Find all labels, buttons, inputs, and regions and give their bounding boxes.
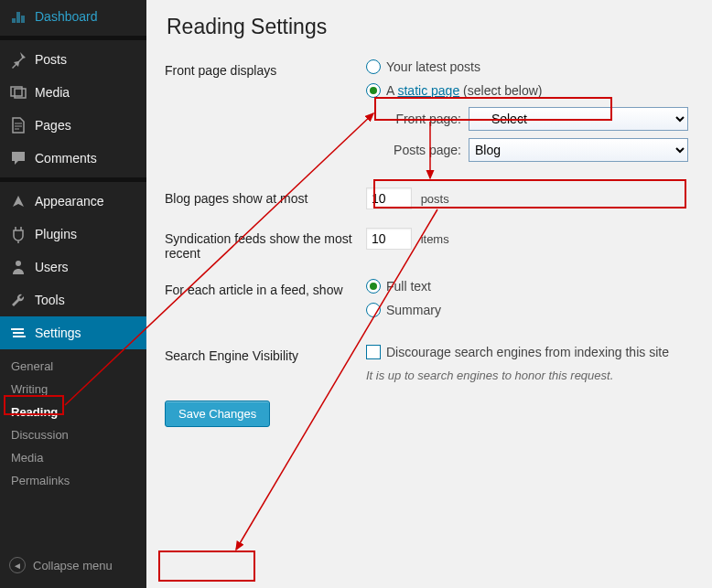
users-icon (9, 258, 27, 276)
submenu-media[interactable]: Media (0, 446, 146, 469)
syndication-label: Syndication feeds show the most recent (165, 228, 366, 261)
sidebar-item-settings[interactable]: Settings (0, 316, 146, 349)
sidebar-label: Plugins (35, 227, 77, 241)
pages-icon (9, 116, 27, 134)
admin-sidebar: Dashboard Posts Media Pages Comments App… (0, 0, 146, 588)
posts-page-select-label: Posts page: (386, 143, 461, 157)
submenu-reading[interactable]: Reading (0, 401, 146, 423)
sidebar-label: Appearance (35, 194, 104, 208)
front-page-select[interactable]: — Select — (469, 107, 688, 131)
sidebar-label: Comments (35, 151, 97, 166)
sidebar-item-comments[interactable]: Comments (0, 142, 146, 175)
sidebar-item-plugins[interactable]: Plugins (0, 218, 146, 251)
article-feed-label: For each article in a feed, show (165, 279, 366, 297)
checkbox-discourage-label: Discourage search engines from indexing … (386, 345, 669, 359)
radio-latest-posts-label: Your latest posts (386, 59, 480, 74)
sidebar-label: Settings (35, 326, 81, 340)
sidebar-label: Dashboard (35, 9, 98, 24)
radio-full-text[interactable] (366, 279, 381, 294)
radio-full-text-label: Full text (386, 279, 431, 294)
media-icon (9, 83, 27, 102)
radio-static-page[interactable] (366, 83, 381, 98)
radio-latest-posts[interactable] (366, 59, 381, 74)
sidebar-item-pages[interactable]: Pages (0, 109, 146, 142)
main-content: Reading Settings Front page displays You… (146, 0, 712, 588)
radio-static-page-label: A static page (select below) (386, 83, 542, 98)
sidebar-label: Tools (35, 293, 65, 307)
save-button[interactable]: Save Changes (165, 401, 270, 427)
sidebar-item-tools[interactable]: Tools (0, 283, 146, 316)
radio-summary-label: Summary (386, 303, 441, 317)
svg-point-0 (16, 261, 21, 266)
settings-icon (9, 324, 27, 342)
settings-submenu: General Writing Reading Discussion Media… (0, 349, 146, 499)
blog-pages-input[interactable] (366, 187, 412, 209)
comments-icon (9, 149, 27, 167)
sidebar-item-posts[interactable]: Posts (0, 43, 146, 76)
pin-icon (9, 50, 27, 69)
blog-pages-unit: posts (421, 192, 449, 206)
page-title: Reading Settings (167, 15, 694, 39)
blog-pages-label: Blog pages show at most (165, 187, 366, 206)
sidebar-label: Posts (35, 52, 67, 67)
syndication-input[interactable] (366, 228, 412, 250)
submenu-discussion[interactable]: Discussion (0, 423, 146, 446)
search-engine-label: Search Engine Visibility (165, 345, 366, 363)
syndication-unit: items (421, 232, 449, 246)
sidebar-item-users[interactable]: Users (0, 251, 146, 283)
static-page-link[interactable]: static page (397, 83, 459, 98)
submenu-general[interactable]: General (0, 355, 146, 378)
submenu-permalinks[interactable]: Permalinks (0, 469, 146, 492)
front-page-displays-label: Front page displays (165, 59, 366, 78)
sidebar-item-appearance[interactable]: Appearance (0, 185, 146, 218)
appearance-icon (9, 192, 27, 210)
radio-summary[interactable] (366, 303, 381, 317)
front-page-select-label: Front page: (386, 112, 461, 126)
sidebar-label: Media (35, 85, 70, 100)
search-engine-desc: It is up to search engines to honor this… (366, 369, 694, 382)
sidebar-label: Pages (35, 118, 71, 133)
posts-page-select[interactable]: Blog (469, 138, 688, 162)
checkbox-discourage[interactable] (366, 345, 381, 359)
sidebar-item-media[interactable]: Media (0, 76, 146, 109)
dashboard-icon (9, 7, 27, 26)
plugins-icon (9, 225, 27, 243)
sidebar-item-dashboard[interactable]: Dashboard (0, 0, 146, 33)
collapse-menu[interactable]: ◄ Collapse menu (0, 550, 122, 581)
tools-icon (9, 291, 27, 309)
submenu-writing[interactable]: Writing (0, 378, 146, 401)
collapse-label: Collapse menu (33, 559, 113, 572)
collapse-icon: ◄ (9, 557, 26, 573)
sidebar-label: Users (35, 260, 69, 274)
